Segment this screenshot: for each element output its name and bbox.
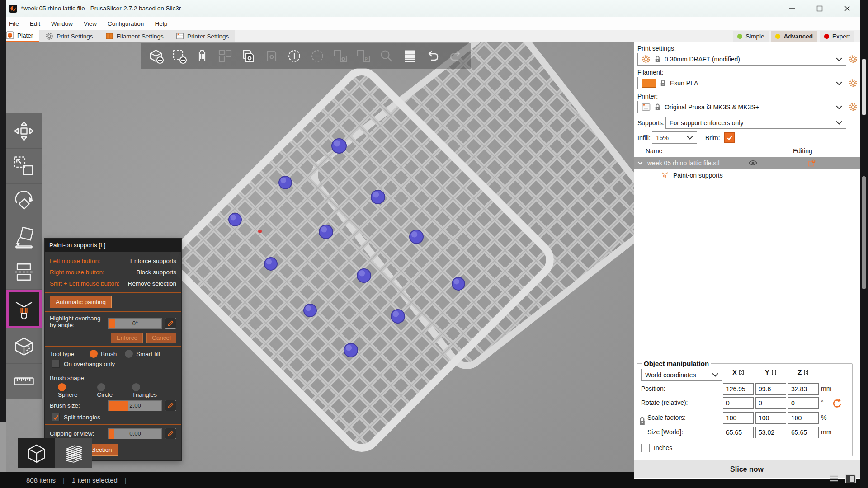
menu-window[interactable]: Window (46, 17, 78, 30)
collapse-sidebar-icon[interactable] (844, 474, 856, 484)
scale-tool-button[interactable] (6, 149, 42, 184)
manip-3-z-input[interactable] (788, 427, 819, 438)
close-button[interactable] (837, 0, 858, 17)
tool-type-brush-radio[interactable]: Brush (90, 351, 117, 357)
edit-brush-size-icon[interactable] (165, 400, 176, 411)
supports-select[interactable]: For support enforcers only (665, 117, 846, 129)
mode-advanced[interactable]: Advanced (771, 31, 817, 42)
print-settings-gear-button[interactable] (848, 54, 858, 64)
mode-expert[interactable]: Expert (820, 31, 854, 42)
manip-3-x-input[interactable] (723, 427, 754, 438)
add-button[interactable] (146, 47, 165, 66)
move-tool-button[interactable] (6, 113, 42, 149)
legend-toggle-icon[interactable] (828, 474, 839, 483)
manip-0-x-input[interactable] (723, 383, 754, 395)
edit-object-icon[interactable] (807, 159, 816, 167)
object-list-header: Name Editing (634, 146, 860, 156)
menu-configuration[interactable]: Configuration (102, 17, 149, 30)
brush-shape-circle-radio[interactable]: Circle (97, 383, 124, 398)
infill-select[interactable]: 15% (652, 131, 697, 144)
window-title: *week 05 rhino lattic file - PrusaSlicer… (21, 5, 181, 12)
object-list-row-selected[interactable]: week 05 rhino lattic file.stl (634, 157, 860, 169)
object-list-row-paint-supports[interactable]: Paint-on supports (634, 169, 860, 181)
chevron-down-icon (836, 57, 842, 61)
menu-view[interactable]: View (78, 17, 102, 30)
slice-now-button[interactable]: Slice now (634, 460, 860, 478)
manip-2-x-input[interactable] (723, 412, 754, 424)
printer-combo[interactable]: Original Prusa i3 MK3S & MK3S+ (637, 101, 846, 113)
tab-plater[interactable]: Plater (0, 30, 39, 42)
tab-print-settings[interactable]: Print Settings (39, 30, 99, 42)
brim-checkbox[interactable] (724, 132, 735, 143)
measure-tool-button[interactable] (6, 364, 42, 399)
place-on-face-tool-button[interactable] (6, 219, 42, 254)
coordinates-select[interactable]: World coordinates (641, 369, 722, 381)
edit-clipping-icon[interactable] (165, 428, 176, 439)
filament-combo[interactable]: Esun PLA (637, 77, 846, 89)
eye-icon[interactable] (748, 160, 758, 166)
undo-button[interactable] (423, 47, 442, 66)
manip-0-z-input[interactable] (788, 383, 819, 395)
filament-gear-button[interactable] (848, 78, 858, 88)
maximize-button[interactable] (809, 0, 830, 17)
hint-value: Enforce supports (130, 258, 176, 264)
tab-printer-settings[interactable]: Printer Settings (170, 30, 235, 42)
tab-label: Filament Settings (117, 33, 164, 40)
infill-value: 15% (656, 134, 683, 141)
manip-1-z-input[interactable] (788, 397, 819, 409)
collapse-chevron-icon[interactable] (637, 161, 643, 165)
layer-height-button[interactable] (400, 47, 419, 66)
clipping-slider[interactable]: 0.00 (108, 428, 162, 439)
enforce-button[interactable]: Enforce (111, 333, 143, 343)
paint-on-supports-tool-button[interactable] (6, 290, 42, 328)
printer-gear-button[interactable] (848, 102, 858, 112)
scrollbar-thumb[interactable] (862, 176, 866, 289)
scrollbar-thumb[interactable] (862, 59, 866, 115)
reset-rotation-icon[interactable] (832, 398, 843, 409)
menu-help[interactable]: Help (149, 17, 173, 30)
mode-simple[interactable]: Simple (733, 31, 769, 42)
radio-label: Smart fill (136, 351, 160, 357)
scrollbar-track[interactable] (860, 0, 868, 488)
add-instance-button[interactable] (285, 47, 304, 66)
brush-size-slider[interactable]: 2.00 (108, 400, 162, 411)
uniform-scale-lock-icon[interactable] (638, 416, 646, 426)
on-overhangs-only-checkbox[interactable] (52, 360, 60, 368)
menu-file[interactable]: File (4, 17, 24, 30)
rotate-tool-button[interactable] (6, 184, 42, 219)
brush-shape-sphere-radio[interactable]: Sphere (58, 383, 89, 398)
manip-3-y-input[interactable] (755, 427, 786, 438)
manip-2-z-input[interactable] (788, 412, 819, 424)
print-settings-combo[interactable]: 0.30mm DRAFT (modified) (637, 53, 846, 66)
tool-type-smart-fill-radio[interactable]: Smart fill (125, 351, 160, 357)
menu-edit[interactable]: Edit (24, 17, 46, 30)
automatic-painting-button[interactable]: Automatic painting (50, 296, 112, 308)
preview-sliced-button[interactable] (55, 438, 92, 468)
cut-tool-button[interactable] (6, 254, 42, 290)
delete-all-button[interactable] (193, 47, 212, 66)
viewport-3d[interactable]: P Paint-on supports [L] Left mouse butto… (6, 42, 634, 472)
redo-button (446, 47, 465, 66)
manip-1-y-input[interactable] (755, 397, 786, 409)
mouse-hint-row: Right mouse button:Block supports (50, 267, 176, 278)
arrange-button (216, 47, 235, 66)
inches-checkbox[interactable] (641, 444, 650, 452)
manip-2-y-input[interactable] (755, 412, 786, 424)
edit-overhang-icon[interactable] (165, 318, 176, 329)
tab-filament-settings[interactable]: Filament Settings (99, 30, 170, 42)
manip-1-x-input[interactable] (723, 397, 754, 409)
editor-3d-button[interactable] (18, 438, 55, 468)
search-button (377, 47, 396, 66)
minimize-button[interactable] (782, 0, 802, 17)
split-triangles-checkbox[interactable] (52, 413, 60, 421)
seam-painting-tool-button[interactable] (6, 328, 42, 364)
overhang-angle-slider[interactable]: 0° (108, 318, 162, 329)
printer-icon (642, 103, 651, 111)
manip-0-y-input[interactable] (755, 383, 786, 395)
cancel-button[interactable]: Cancel (146, 333, 176, 343)
brush-shape-triangles-radio[interactable]: Triangles (132, 383, 168, 398)
dialog-title[interactable]: Paint-on supports [L] (45, 239, 181, 252)
delete-button[interactable] (170, 47, 189, 66)
copy-button[interactable] (239, 47, 258, 66)
plater-toolbar: P (141, 43, 471, 69)
